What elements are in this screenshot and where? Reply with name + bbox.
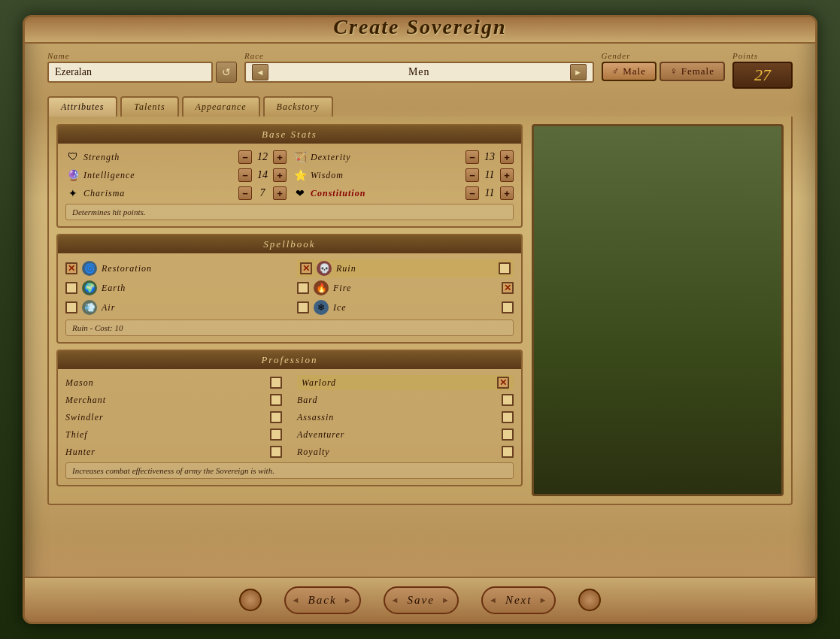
tab-appearance[interactable]: Appearance xyxy=(182,96,260,117)
tab-talents[interactable]: Talents xyxy=(120,96,178,117)
adventurer-checkbox[interactable] xyxy=(502,429,514,441)
hunter-checkbox[interactable] xyxy=(270,446,282,458)
wisdom-increase-button[interactable]: + xyxy=(500,168,514,182)
next-button[interactable]: Next xyxy=(481,586,556,614)
name-label: Name xyxy=(47,51,237,60)
thief-label: Thief xyxy=(65,429,88,441)
wisdom-decrease-button[interactable]: − xyxy=(465,168,479,182)
charisma-increase-button[interactable]: + xyxy=(273,186,287,200)
swindler-checkbox[interactable] xyxy=(270,411,282,423)
stats-grid: 🛡 Strength − 12 + 🏹 D xyxy=(65,150,514,201)
prof-row-merchant: Merchant xyxy=(65,392,282,407)
tab-bar: Attributes Talents Appearance Backstory xyxy=(47,96,793,117)
intelligence-icon: 🔮 xyxy=(65,168,80,183)
points-box: 27 xyxy=(732,62,793,89)
profession-description: Increases combat effectiveness of army t… xyxy=(65,462,514,479)
intelligence-increase-button[interactable]: + xyxy=(273,168,287,182)
race-next-button[interactable]: ► xyxy=(570,64,587,80)
earth-checkbox[interactable] xyxy=(65,282,77,294)
gender-female-button[interactable]: ♀ Female xyxy=(660,62,725,81)
ruin-right-checkbox[interactable] xyxy=(499,262,511,274)
ice-left-checkbox[interactable] xyxy=(297,301,309,313)
constitution-label: Constitution xyxy=(311,188,462,199)
race-prev-button[interactable]: ◄ xyxy=(252,64,268,80)
thief-checkbox[interactable] xyxy=(270,429,282,441)
intelligence-value: 14 xyxy=(255,169,270,181)
wisdom-label: Wisdom xyxy=(311,170,462,181)
character-background xyxy=(534,126,781,494)
air-checkbox[interactable] xyxy=(65,301,77,313)
spellbook-section: Spellbook ✕ 🌀 Restoration xyxy=(56,234,523,344)
scroll-top: Create Sovereign xyxy=(25,17,815,44)
female-icon: ♀ xyxy=(670,65,678,77)
dexterity-increase-button[interactable]: + xyxy=(500,150,514,164)
name-field-group: Name ↺ xyxy=(47,51,237,83)
assassin-label: Assassin xyxy=(297,412,334,423)
stat-row-constitution: ❤ Constitution − 11 + xyxy=(293,186,514,201)
charisma-label: Charisma xyxy=(83,188,235,199)
warlord-checkbox[interactable]: ✕ xyxy=(497,377,509,389)
wisdom-value: 11 xyxy=(482,169,497,181)
spellbook-content: ✕ 🌀 Restoration ✕ xyxy=(58,253,521,342)
royalty-checkbox[interactable] xyxy=(502,446,514,458)
earth-label: Earth xyxy=(102,283,126,294)
constitution-value: 11 xyxy=(482,187,497,199)
character-portrait xyxy=(532,124,784,496)
race-field-group: Race ◄ Men ► xyxy=(244,51,594,83)
name-input-wrap: ↺ xyxy=(47,62,237,83)
race-selector: ◄ Men ► xyxy=(244,62,594,83)
ice-right-checkbox[interactable] xyxy=(502,301,514,313)
stat-row-wisdom: ⭐ Wisdom − 11 + xyxy=(293,168,514,183)
ruin-check-mark: ✕ xyxy=(302,263,310,274)
scroll-ornament-left xyxy=(239,589,262,611)
constitution-increase-button[interactable]: + xyxy=(500,186,514,200)
bard-checkbox[interactable] xyxy=(502,394,514,406)
strength-decrease-button[interactable]: − xyxy=(238,150,252,164)
tab-backstory[interactable]: Backstory xyxy=(263,96,333,117)
points-field-group: Points 27 xyxy=(732,51,793,89)
back-button[interactable]: Back xyxy=(284,586,361,614)
prof-row-mason: Mason xyxy=(65,375,282,390)
spell-row-earth: 🌍 Earth xyxy=(65,279,282,297)
scroll-ornament-right xyxy=(578,589,601,611)
gender-male-button[interactable]: ♂ Male xyxy=(602,62,657,81)
ruin-checkbox[interactable]: ✕ xyxy=(300,262,312,274)
strength-icon: 🛡 xyxy=(65,150,80,165)
gender-field-group: Gender ♂ Male ♀ Female xyxy=(602,51,725,81)
prof-row-swindler: Swindler xyxy=(65,410,282,425)
scroll-bottom: Back Save Next xyxy=(25,577,815,622)
assassin-checkbox[interactable] xyxy=(502,411,514,423)
spell-row-restoration: ✕ 🌀 Restoration xyxy=(65,259,282,277)
gender-label: Gender xyxy=(602,51,725,60)
dexterity-icon: 🏹 xyxy=(293,150,308,165)
fire-left-checkbox[interactable] xyxy=(297,282,309,294)
top-form: Name ↺ Race ◄ Men ► Gender xyxy=(47,51,793,89)
strength-increase-button[interactable]: + xyxy=(273,150,287,164)
tab-attributes[interactable]: Attributes xyxy=(47,96,117,117)
constitution-decrease-button[interactable]: − xyxy=(465,186,479,200)
air-icon: 💨 xyxy=(82,300,97,315)
name-input[interactable] xyxy=(47,62,213,83)
prof-row-warlord: Warlord ✕ xyxy=(297,375,514,390)
fire-right-checkbox[interactable]: ✕ xyxy=(502,282,514,294)
name-refresh-button[interactable]: ↺ xyxy=(216,62,237,83)
base-stats-content: 🛡 Strength − 12 + 🏹 D xyxy=(58,144,521,226)
earth-icon: 🌍 xyxy=(82,280,97,295)
ruin-label: Ruin xyxy=(336,263,356,274)
air-label: Air xyxy=(102,302,115,313)
dexterity-decrease-button[interactable]: − xyxy=(465,150,479,164)
save-button[interactable]: Save xyxy=(384,586,459,614)
profession-grid: Mason Warlord ✕ xyxy=(65,375,514,459)
wisdom-icon: ⭐ xyxy=(293,168,308,183)
mason-label: Mason xyxy=(65,377,94,389)
prof-row-thief: Thief xyxy=(65,427,282,442)
charisma-decrease-button[interactable]: − xyxy=(238,186,252,200)
spell-row-ice: ❄ Ice xyxy=(297,298,514,316)
merchant-checkbox[interactable] xyxy=(270,394,282,406)
profession-header: Profession xyxy=(58,351,521,369)
mason-checkbox[interactable] xyxy=(270,377,282,389)
dexterity-value: 13 xyxy=(482,151,497,163)
intelligence-decrease-button[interactable]: − xyxy=(238,168,252,182)
restoration-checkbox[interactable]: ✕ xyxy=(65,262,77,274)
stat-row-intelligence: 🔮 Intelligence − 14 + xyxy=(65,168,287,183)
